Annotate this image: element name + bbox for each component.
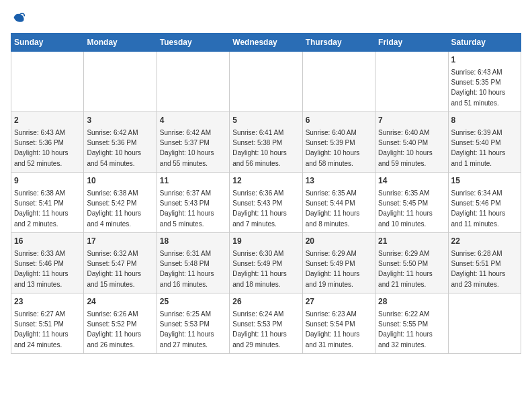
calendar-cell-w1-d4 [230,51,302,111]
week-row-2: 2Sunrise: 6:43 AM Sunset: 5:36 PM Daylig… [11,111,521,172]
calendar-cell-w5-d2: 24Sunrise: 6:26 AM Sunset: 5:52 PM Dayli… [84,293,157,353]
day-info: Sunrise: 6:32 AM Sunset: 5:47 PM Dayligh… [87,250,141,288]
weekday-header-wednesday: Wednesday [230,33,302,51]
day-number: 11 [160,175,226,187]
day-info: Sunrise: 6:28 AM Sunset: 5:51 PM Dayligh… [451,250,506,288]
day-number: 7 [378,115,445,126]
calendar-cell-w4-d6: 21Sunrise: 6:29 AM Sunset: 5:50 PM Dayli… [375,232,448,293]
day-number: 2 [14,115,81,126]
weekday-header-friday: Friday [375,33,448,51]
day-info: Sunrise: 6:30 AM Sunset: 5:49 PM Dayligh… [232,250,287,288]
day-info: Sunrise: 6:40 AM Sunset: 5:40 PM Dayligh… [378,129,433,167]
day-info: Sunrise: 6:24 AM Sunset: 5:53 PM Dayligh… [232,310,287,349]
calendar-cell-w2-d7: 8Sunrise: 6:39 AM Sunset: 5:40 PM Daylig… [448,111,521,172]
day-number: 5 [232,115,299,126]
day-number: 22 [451,236,518,247]
calendar-cell-w5-d4: 26Sunrise: 6:24 AM Sunset: 5:53 PM Dayli… [230,293,302,353]
day-info: Sunrise: 6:36 AM Sunset: 5:43 PM Dayligh… [232,189,287,228]
calendar-cell-w4-d5: 20Sunrise: 6:29 AM Sunset: 5:49 PM Dayli… [302,232,375,293]
day-number: 8 [451,115,518,126]
day-info: Sunrise: 6:42 AM Sunset: 5:36 PM Dayligh… [87,129,141,167]
day-number: 3 [87,115,153,126]
day-info: Sunrise: 6:43 AM Sunset: 5:36 PM Dayligh… [14,129,69,167]
day-number: 20 [306,236,372,247]
calendar-cell-w1-d6 [375,51,448,111]
calendar-cell-w5-d1: 23Sunrise: 6:27 AM Sunset: 5:51 PM Dayli… [11,293,84,353]
calendar-cell-w4-d3: 18Sunrise: 6:31 AM Sunset: 5:48 PM Dayli… [157,232,229,293]
day-info: Sunrise: 6:26 AM Sunset: 5:52 PM Dayligh… [87,310,141,349]
calendar-cell-w5-d7 [448,293,521,353]
calendar-cell-w2-d5: 6Sunrise: 6:40 AM Sunset: 5:39 PM Daylig… [302,111,375,172]
calendar-cell-w3-d5: 13Sunrise: 6:35 AM Sunset: 5:44 PM Dayli… [302,172,375,232]
day-number: 19 [232,236,299,247]
day-number: 12 [232,175,299,187]
calendar-cell-w2-d4: 5Sunrise: 6:41 AM Sunset: 5:38 PM Daylig… [230,111,302,172]
calendar-cell-w3-d4: 12Sunrise: 6:36 AM Sunset: 5:43 PM Dayli… [230,172,302,232]
weekday-header-sunday: Sunday [11,33,84,51]
calendar-cell-w3-d7: 15Sunrise: 6:34 AM Sunset: 5:46 PM Dayli… [448,172,521,232]
weekday-header-monday: Monday [84,33,157,51]
day-number: 6 [306,115,372,126]
day-number: 23 [14,296,81,308]
day-info: Sunrise: 6:38 AM Sunset: 5:41 PM Dayligh… [14,189,69,228]
calendar-cell-w1-d1 [11,51,84,111]
day-info: Sunrise: 6:41 AM Sunset: 5:38 PM Dayligh… [232,129,287,167]
day-number: 17 [87,236,153,247]
calendar-cell-w4-d7: 22Sunrise: 6:28 AM Sunset: 5:51 PM Dayli… [448,232,521,293]
calendar-table: SundayMondayTuesdayWednesdayThursdayFrid… [11,33,521,354]
logo-text [11,11,26,28]
calendar-cell-w3-d1: 9Sunrise: 6:38 AM Sunset: 5:41 PM Daylig… [11,172,84,232]
day-number: 28 [378,296,445,308]
day-info: Sunrise: 6:38 AM Sunset: 5:42 PM Dayligh… [87,189,141,228]
calendar-cell-w1-d3 [157,51,229,111]
calendar-cell-w5-d6: 28Sunrise: 6:22 AM Sunset: 5:55 PM Dayli… [375,293,448,353]
day-info: Sunrise: 6:33 AM Sunset: 5:46 PM Dayligh… [14,250,69,288]
day-info: Sunrise: 6:39 AM Sunset: 5:40 PM Dayligh… [451,129,506,167]
day-info: Sunrise: 6:40 AM Sunset: 5:39 PM Dayligh… [306,129,360,167]
day-info: Sunrise: 6:25 AM Sunset: 5:53 PM Dayligh… [160,310,214,349]
weekday-header-saturday: Saturday [448,33,521,51]
calendar-cell-w1-d5 [302,51,375,111]
calendar-cell-w2-d6: 7Sunrise: 6:40 AM Sunset: 5:40 PM Daylig… [375,111,448,172]
week-row-1: 1Sunrise: 6:43 AM Sunset: 5:35 PM Daylig… [11,51,521,111]
day-info: Sunrise: 6:42 AM Sunset: 5:37 PM Dayligh… [160,129,214,167]
day-number: 21 [378,236,445,247]
calendar-cell-w1-d2 [84,51,157,111]
calendar-cell-w4-d4: 19Sunrise: 6:30 AM Sunset: 5:49 PM Dayli… [230,232,302,293]
calendar-cell-w5-d3: 25Sunrise: 6:25 AM Sunset: 5:53 PM Dayli… [157,293,229,353]
day-number: 13 [306,175,372,187]
day-info: Sunrise: 6:23 AM Sunset: 5:54 PM Dayligh… [306,310,360,349]
day-number: 9 [14,175,81,187]
day-info: Sunrise: 6:37 AM Sunset: 5:43 PM Dayligh… [160,189,214,228]
calendar-cell-w2-d2: 3Sunrise: 6:42 AM Sunset: 5:36 PM Daylig… [84,111,157,172]
calendar-cell-w4-d2: 17Sunrise: 6:32 AM Sunset: 5:47 PM Dayli… [84,232,157,293]
day-info: Sunrise: 6:29 AM Sunset: 5:49 PM Dayligh… [306,250,360,288]
day-info: Sunrise: 6:35 AM Sunset: 5:44 PM Dayligh… [306,189,360,228]
calendar-cell-w5-d5: 27Sunrise: 6:23 AM Sunset: 5:54 PM Dayli… [302,293,375,353]
calendar-cell-w3-d2: 10Sunrise: 6:38 AM Sunset: 5:42 PM Dayli… [84,172,157,232]
week-row-5: 23Sunrise: 6:27 AM Sunset: 5:51 PM Dayli… [11,293,521,353]
day-number: 1 [451,54,518,66]
day-info: Sunrise: 6:35 AM Sunset: 5:45 PM Dayligh… [378,189,433,228]
day-info: Sunrise: 6:34 AM Sunset: 5:46 PM Dayligh… [451,189,506,228]
day-info: Sunrise: 6:22 AM Sunset: 5:55 PM Dayligh… [378,310,433,349]
calendar-cell-w2-d3: 4Sunrise: 6:42 AM Sunset: 5:37 PM Daylig… [157,111,229,172]
calendar-cell-w3-d6: 14Sunrise: 6:35 AM Sunset: 5:45 PM Dayli… [375,172,448,232]
day-number: 10 [87,175,153,187]
day-number: 18 [160,236,226,247]
day-number: 15 [451,175,518,187]
day-number: 14 [378,175,445,187]
day-number: 25 [160,296,226,308]
day-number: 16 [14,236,81,247]
day-number: 26 [232,296,299,308]
weekday-header-row: SundayMondayTuesdayWednesdayThursdayFrid… [11,33,521,51]
week-row-3: 9Sunrise: 6:38 AM Sunset: 5:41 PM Daylig… [11,172,521,232]
weekday-header-thursday: Thursday [302,33,375,51]
calendar-cell-w4-d1: 16Sunrise: 6:33 AM Sunset: 5:46 PM Dayli… [11,232,84,293]
calendar-cell-w2-d1: 2Sunrise: 6:43 AM Sunset: 5:36 PM Daylig… [11,111,84,172]
day-number: 27 [306,296,372,308]
top-row [11,11,521,28]
calendar-cell-w1-d7: 1Sunrise: 6:43 AM Sunset: 5:35 PM Daylig… [448,51,521,111]
day-number: 4 [160,115,226,126]
logo-icon [12,11,26,24]
